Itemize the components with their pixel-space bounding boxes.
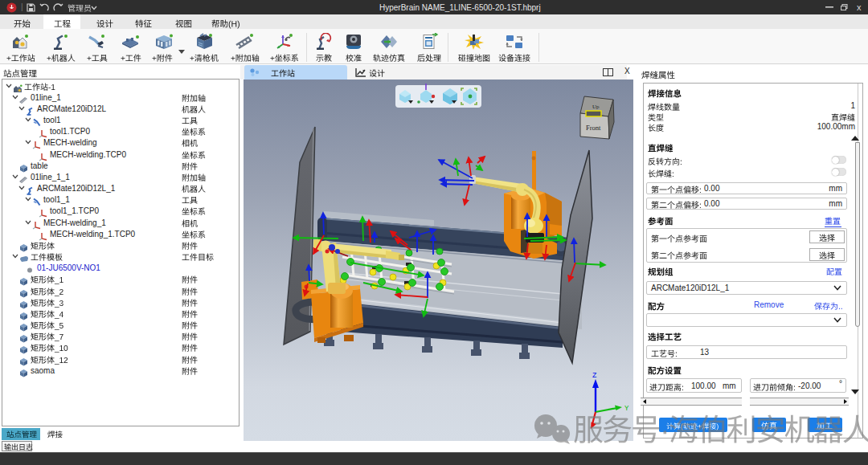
svg-text:Z: Z <box>592 372 597 380</box>
svg-text:Y: Y <box>624 405 629 413</box>
svg-text:Up: Up <box>592 104 600 110</box>
svg-text:Front: Front <box>586 124 601 132</box>
